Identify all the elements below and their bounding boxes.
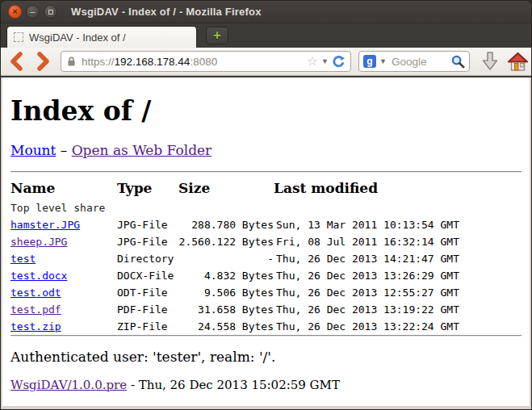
file-modified-cell: Thu, 26 Dec 2013 12:55:27 GMT — [274, 284, 459, 301]
file-modified-cell: Thu, 26 Dec 2013 13:22:24 GMT — [274, 318, 459, 335]
file-name-cell: test — [10, 250, 117, 267]
file-type-cell: JPG-File — [117, 233, 178, 250]
top-divider — [10, 171, 522, 173]
column-header-size: Size — [178, 178, 274, 199]
file-size-cell: 4.832 Bytes — [178, 267, 274, 284]
tab-bar: WsgiDAV - Index of / + — [1, 23, 531, 48]
navigation-toolbar: https://192.168.178.44:8080 ☆ ▼ g ▼ Goog… — [1, 48, 531, 76]
file-name-cell: hamster.JPG — [10, 216, 117, 233]
file-link[interactable]: test.pdf — [10, 303, 61, 316]
maximize-icon — [48, 10, 53, 15]
file-modified-cell: Thu, 26 Dec 2013 13:26:29 GMT — [274, 267, 459, 284]
file-table: Name Type Size Last modified Top level s… — [10, 178, 459, 335]
download-button[interactable] — [481, 51, 499, 72]
file-name-cell: test.zip — [10, 318, 117, 335]
minimize-button[interactable]: – — [26, 5, 40, 19]
table-row: testDirectory-Thu, 26 Dec 2013 14:21:47 … — [10, 250, 459, 267]
maximize-button[interactable] — [44, 5, 57, 19]
file-size-cell: 9.506 Bytes — [178, 284, 274, 301]
forward-button[interactable] — [35, 52, 52, 71]
file-table-header: Name Type Size Last modified — [10, 178, 459, 199]
url-bar[interactable]: https://192.168.178.44:8080 ☆ ▼ — [61, 51, 351, 72]
search-engine-dropdown-icon[interactable]: ▼ — [379, 57, 387, 65]
file-type-cell: DOCX-File — [117, 267, 178, 284]
file-link[interactable]: test — [10, 253, 36, 265]
file-link[interactable]: test.odt — [10, 287, 61, 299]
file-modified-cell: Fri, 08 Jul 2011 16:32:14 GMT — [274, 233, 459, 250]
page-title: Index of / — [10, 95, 522, 127]
open-webfolder-link[interactable]: Open as Web Folder — [72, 142, 212, 158]
home-icon — [507, 52, 529, 72]
file-name-cell: sheep.JPG — [10, 233, 117, 250]
share-note: Top level share — [10, 199, 459, 216]
auth-status-line: Authenticated user: 'tester', realm: '/'… — [10, 349, 522, 365]
action-links: Mount – Open as Web Folder — [10, 142, 522, 158]
table-row: test.zipZIP-File24.558 BytesThu, 26 Dec … — [10, 318, 459, 335]
file-table-body: Top level share hamster.JPGJPG-File288.7… — [10, 199, 459, 335]
download-arrow-icon — [481, 51, 499, 72]
column-header-type: Type — [117, 178, 178, 199]
file-type-cell: JPG-File — [117, 216, 178, 233]
table-row: hamster.JPGJPG-File288.780 BytesSun, 13 … — [10, 216, 459, 233]
file-link[interactable]: test.docx — [10, 270, 67, 282]
signature-timestamp: - Thu, 26 Dec 2013 15:02:59 GMT — [127, 378, 340, 392]
table-row: test.docxDOCX-File4.832 BytesThu, 26 Dec… — [10, 267, 459, 284]
close-button[interactable]: × — [8, 5, 22, 19]
file-name-cell: test.docx — [10, 267, 117, 284]
lock-icon — [66, 56, 77, 67]
back-button[interactable] — [7, 52, 25, 71]
google-engine-icon[interactable]: g — [363, 55, 376, 68]
home-button[interactable] — [507, 52, 529, 72]
link-separator: – — [61, 142, 68, 158]
search-placeholder: Google — [392, 56, 427, 68]
browser-viewport: Index of / Mount – Open as Web Folder Na… — [1, 77, 531, 409]
table-row: test.pdfPDF-File31.658 BytesThu, 26 Dec … — [10, 301, 459, 318]
wsgidav-version-link[interactable]: WsgiDAV/1.0.0.pre — [10, 378, 127, 392]
column-header-name: Name — [10, 178, 117, 199]
file-type-cell: PDF-File — [117, 301, 178, 318]
url-dropdown-icon[interactable]: ▼ — [321, 57, 329, 65]
bookmark-star-icon[interactable]: ☆ — [307, 55, 318, 68]
title-bar: × – WsgiDAV - Index of / - Mozilla Firef… — [1, 1, 531, 23]
page-content: Index of / Mount – Open as Web Folder Na… — [2, 77, 530, 406]
file-type-cell: ODT-File — [117, 284, 178, 301]
reload-icon[interactable] — [332, 55, 346, 69]
back-arrow-icon — [8, 52, 24, 71]
window-controls: × – — [1, 5, 57, 19]
window-title: WsgiDAV - Index of / - Mozilla Firefox — [71, 6, 262, 18]
url-port: :8080 — [190, 56, 217, 68]
file-type-cell: ZIP-File — [117, 318, 178, 335]
file-size-cell: 31.658 Bytes — [178, 301, 274, 318]
search-box[interactable]: g ▼ Google — [358, 51, 470, 72]
file-link[interactable]: test.zip — [10, 320, 61, 333]
url-scheme: https:// — [82, 56, 115, 68]
url-text: https://192.168.178.44:8080 — [82, 56, 217, 68]
table-row: sheep.JPGJPG-File2.560.122 BytesFri, 08 … — [10, 233, 459, 250]
file-size-cell: - — [178, 250, 274, 267]
file-link[interactable]: hamster.JPG — [10, 219, 80, 231]
file-link[interactable]: sheep.JPG — [10, 236, 67, 248]
table-row: test.odtODT-File9.506 BytesThu, 26 Dec 2… — [10, 284, 459, 301]
firefox-window: × – WsgiDAV - Index of / - Mozilla Firef… — [0, 0, 532, 410]
file-modified-cell: Thu, 26 Dec 2013 14:21:47 GMT — [274, 250, 459, 267]
search-magnifier-icon[interactable] — [450, 54, 465, 69]
file-name-cell: test.pdf — [10, 301, 117, 318]
file-modified-cell: Sun, 13 Mar 2011 10:13:54 GMT — [274, 216, 459, 233]
file-name-cell: test.odt — [10, 284, 117, 301]
column-header-modified: Last modified — [274, 178, 459, 199]
tab-wsgidav[interactable]: WsgiDAV - Index of / — [6, 26, 197, 48]
file-type-cell: Directory — [117, 250, 178, 267]
new-tab-button[interactable]: + — [206, 27, 228, 44]
file-size-cell: 2.560.122 Bytes — [178, 233, 274, 250]
share-note-row: Top level share — [10, 199, 459, 216]
mount-link[interactable]: Mount — [10, 142, 56, 158]
file-size-cell: 24.558 Bytes — [178, 318, 274, 335]
favicon-placeholder-icon — [14, 32, 23, 42]
server-signature: WsgiDAV/1.0.0.pre - Thu, 26 Dec 2013 15:… — [10, 378, 522, 392]
file-modified-cell: Thu, 26 Dec 2013 13:19:22 GMT — [274, 301, 459, 318]
tab-title: WsgiDAV - Index of / — [29, 31, 126, 44]
file-size-cell: 288.780 Bytes — [178, 216, 274, 233]
bottom-divider — [10, 335, 522, 337]
forward-arrow-icon — [36, 52, 52, 71]
url-host: 192.168.178.44 — [115, 56, 191, 68]
